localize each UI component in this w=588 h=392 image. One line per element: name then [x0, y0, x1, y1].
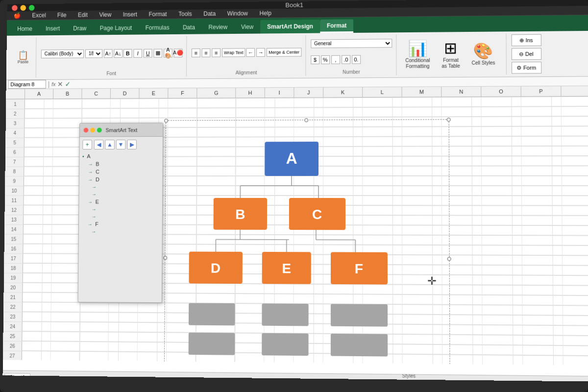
cell-N25[interactable]: [442, 335, 483, 345]
cell-A21[interactable]: [23, 293, 51, 302]
cell-N18[interactable]: [442, 265, 482, 275]
cell-B7[interactable]: [53, 157, 82, 167]
cell-A15[interactable]: [24, 234, 52, 244]
cell-I2[interactable]: [265, 108, 294, 118]
cell-B23[interactable]: [51, 312, 80, 322]
cell-P17[interactable]: [522, 255, 563, 266]
indent-less-button[interactable]: ←: [246, 48, 255, 57]
cell-N7[interactable]: [442, 156, 482, 166]
cell-D27[interactable]: [108, 351, 137, 362]
cell-P1[interactable]: [521, 97, 562, 107]
cell-O10[interactable]: [482, 186, 522, 196]
menu-help[interactable]: Help: [257, 9, 274, 18]
tab-page-layout[interactable]: Page Layout: [93, 21, 139, 35]
cell-O16[interactable]: [482, 245, 522, 255]
menu-edit[interactable]: Edit: [75, 11, 91, 20]
panel-arrow-left[interactable]: ◀: [94, 140, 104, 149]
menu-excel[interactable]: Excel: [29, 11, 49, 20]
font-name-select[interactable]: Calibri (Body): [41, 49, 84, 58]
cell-L2[interactable]: [363, 107, 402, 117]
cell-P5[interactable]: [521, 136, 562, 146]
cell-H28[interactable]: [235, 363, 264, 366]
cell-C1[interactable]: [82, 99, 111, 109]
cell-J28[interactable]: [294, 363, 323, 366]
cell-B3[interactable]: [53, 118, 82, 128]
cell-O4[interactable]: [482, 126, 522, 136]
panel-arrow-down[interactable]: ▼: [116, 140, 126, 149]
cell-C27[interactable]: [79, 351, 108, 362]
cell-A27[interactable]: [22, 351, 51, 361]
border-button[interactable]: ▦: [153, 49, 162, 57]
cell-P2[interactable]: [521, 106, 562, 116]
cell-O28[interactable]: [483, 365, 523, 366]
cell-A19[interactable]: [23, 273, 52, 283]
cell-P15[interactable]: [522, 235, 563, 245]
cell-N16[interactable]: [442, 245, 482, 255]
currency-button[interactable]: $: [311, 55, 319, 64]
cell-A5[interactable]: [24, 138, 53, 147]
cell-B25[interactable]: [51, 332, 80, 342]
cell-N12[interactable]: [442, 205, 482, 215]
cell-O18[interactable]: [482, 265, 522, 275]
insert-cell-button[interactable]: ⊕ Ins: [511, 34, 541, 47]
tab-data[interactable]: Data: [176, 21, 202, 34]
cell-N17[interactable]: [442, 255, 482, 265]
cell-O9[interactable]: [482, 176, 522, 186]
cell-B27[interactable]: [50, 351, 79, 361]
cell-B12[interactable]: [52, 205, 81, 215]
bold-button[interactable]: B: [123, 49, 132, 58]
sheet-tab-sheet1[interactable]: Sheet1: [4, 373, 30, 381]
cell-A16[interactable]: [23, 244, 52, 254]
decimal-more-button[interactable]: 0.: [352, 55, 361, 64]
cell-P21[interactable]: [522, 295, 563, 305]
cell-H3[interactable]: [236, 118, 265, 127]
cell-B28[interactable]: [50, 361, 79, 365]
cell-B22[interactable]: [51, 302, 80, 312]
cell-N10[interactable]: [442, 186, 482, 196]
cell-O6[interactable]: [482, 146, 522, 156]
cell-styles-button[interactable]: 🎨 Cell Styles: [467, 41, 499, 68]
cell-D24[interactable]: [109, 322, 138, 332]
cell-A4[interactable]: [24, 128, 53, 138]
cell-B17[interactable]: [52, 253, 81, 263]
cell-N9[interactable]: [442, 176, 482, 186]
italic-button[interactable]: I: [133, 49, 142, 57]
cell-N19[interactable]: [442, 275, 483, 285]
name-box[interactable]: [8, 80, 46, 89]
cell-L3[interactable]: [363, 117, 402, 127]
decimal-less-button[interactable]: .0: [342, 55, 350, 64]
number-format-select[interactable]: General: [311, 39, 392, 48]
cell-E24[interactable]: [138, 322, 167, 332]
cell-F2[interactable]: [168, 108, 197, 118]
percent-button[interactable]: %: [321, 55, 330, 64]
indent-more-button[interactable]: →: [256, 48, 265, 57]
cell-N1[interactable]: [441, 97, 481, 107]
cell-B11[interactable]: [52, 196, 81, 205]
cell-B18[interactable]: [51, 263, 80, 273]
cell-N11[interactable]: [442, 196, 482, 205]
cell-A26[interactable]: [22, 341, 51, 351]
cell-N14[interactable]: [442, 225, 482, 235]
cell-A3[interactable]: [24, 118, 53, 128]
cell-A22[interactable]: [23, 302, 51, 312]
cell-N27[interactable]: [442, 354, 483, 365]
cell-P9[interactable]: [522, 176, 562, 186]
tab-review[interactable]: Review: [202, 20, 234, 34]
cell-C22[interactable]: [80, 302, 109, 312]
conditional-formatting-button[interactable]: 📊 ConditionalFormatting: [401, 38, 434, 71]
cell-L1[interactable]: [363, 98, 402, 107]
cell-B14[interactable]: [52, 224, 81, 234]
cell-A24[interactable]: [23, 321, 51, 331]
cell-P12[interactable]: [522, 205, 562, 215]
cell-P3[interactable]: [521, 116, 562, 126]
cell-P14[interactable]: [522, 225, 562, 235]
cell-O19[interactable]: [482, 275, 522, 285]
tab-draw[interactable]: Draw: [67, 22, 94, 35]
cell-A7[interactable]: [24, 157, 52, 167]
cell-N4[interactable]: [442, 126, 482, 136]
cell-C25[interactable]: [80, 332, 109, 342]
formula-cancel[interactable]: ✕: [57, 80, 63, 88]
cell-O27[interactable]: [483, 355, 523, 365]
cell-P10[interactable]: [522, 186, 562, 196]
smartart-diagram[interactable]: A B C D: [167, 126, 443, 365]
